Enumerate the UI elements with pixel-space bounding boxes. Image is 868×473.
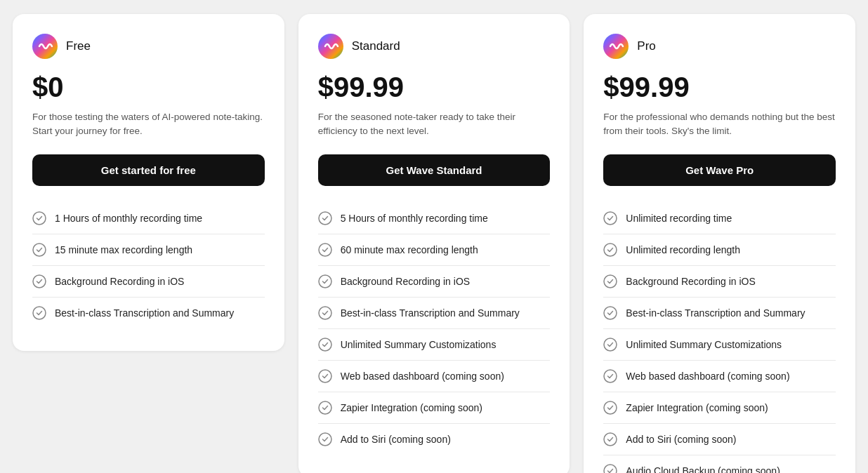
check-circle-icon bbox=[603, 274, 617, 288]
svg-point-1 bbox=[33, 212, 46, 225]
svg-point-15 bbox=[604, 212, 617, 225]
feature-item: Add to Siri (coming soon) bbox=[603, 424, 836, 455]
svg-point-7 bbox=[319, 244, 331, 256]
check-circle-icon bbox=[603, 369, 617, 383]
check-circle-icon bbox=[32, 306, 46, 320]
svg-point-9 bbox=[319, 307, 331, 319]
feature-item: Unlimited Summary Customizations bbox=[318, 329, 551, 361]
feature-text: Background Recording in iOS bbox=[55, 276, 184, 287]
feature-item: Unlimited recording length bbox=[603, 234, 836, 266]
check-circle-icon bbox=[318, 432, 332, 446]
plan-name-standard: Standard bbox=[352, 39, 400, 53]
plan-name-free: Free bbox=[66, 39, 91, 53]
feature-item: Web based dashboard (coming soon) bbox=[318, 361, 551, 392]
feature-item: Unlimited recording time bbox=[603, 203, 836, 234]
plan-card-free: Free$0For those testing the waters of AI… bbox=[13, 14, 284, 351]
svg-point-10 bbox=[319, 338, 331, 351]
svg-point-3 bbox=[33, 275, 46, 288]
svg-point-16 bbox=[604, 244, 617, 256]
feature-text: Background Recording in iOS bbox=[626, 276, 755, 287]
check-circle-icon bbox=[603, 243, 617, 257]
svg-point-2 bbox=[33, 244, 46, 256]
plan-button-free[interactable]: Get started for free bbox=[32, 154, 265, 186]
feature-item: Background Recording in iOS bbox=[32, 266, 265, 298]
check-circle-icon bbox=[603, 432, 617, 446]
check-circle-icon bbox=[318, 211, 332, 225]
feature-text: Add to Siri (coming soon) bbox=[341, 434, 451, 445]
svg-point-12 bbox=[319, 401, 331, 414]
feature-item: Web based dashboard (coming soon) bbox=[603, 361, 836, 392]
check-circle-icon bbox=[603, 338, 617, 352]
feature-item: 5 Hours of monthly recording time bbox=[318, 203, 551, 234]
feature-text: 60 minute max recording length bbox=[341, 244, 478, 255]
check-circle-icon bbox=[318, 369, 332, 383]
plan-description-free: For those testing the waters of AI-power… bbox=[32, 110, 265, 139]
feature-text: Background Recording in iOS bbox=[341, 276, 470, 287]
plan-button-pro[interactable]: Get Wave Pro bbox=[603, 154, 836, 186]
check-circle-icon bbox=[318, 338, 332, 352]
feature-text: Web based dashboard (coming soon) bbox=[626, 371, 789, 382]
check-circle-icon bbox=[603, 464, 617, 474]
feature-text: Unlimited recording time bbox=[626, 213, 732, 224]
feature-item: 15 minute max recording length bbox=[32, 234, 265, 266]
feature-text: Unlimited Summary Customizations bbox=[341, 339, 497, 350]
plan-name-pro: Pro bbox=[637, 39, 655, 53]
svg-point-13 bbox=[319, 433, 331, 446]
check-circle-icon bbox=[32, 211, 46, 225]
feature-item: 1 Hours of monthly recording time bbox=[32, 203, 265, 234]
plan-header-pro: Pro bbox=[603, 34, 836, 59]
check-circle-icon bbox=[318, 306, 332, 320]
svg-point-6 bbox=[319, 212, 331, 225]
feature-item: Best-in-class Transcription and Summary bbox=[32, 298, 265, 328]
svg-point-21 bbox=[604, 401, 617, 414]
svg-point-14 bbox=[603, 34, 629, 59]
plan-description-pro: For the professional who demands nothing… bbox=[603, 110, 836, 139]
feature-item: Background Recording in iOS bbox=[603, 266, 836, 298]
feature-text: 5 Hours of monthly recording time bbox=[341, 213, 488, 224]
check-circle-icon bbox=[603, 401, 617, 415]
plan-price-standard: $99.99 bbox=[318, 72, 551, 103]
feature-list-pro: Unlimited recording timeUnlimited record… bbox=[603, 203, 836, 474]
plan-card-pro: Pro$99.99For the professional who demand… bbox=[584, 14, 855, 473]
plan-price-pro: $99.99 bbox=[603, 72, 836, 103]
plan-price-free: $0 bbox=[32, 72, 265, 103]
plan-logo-pro bbox=[603, 34, 629, 59]
feature-text: Add to Siri (coming soon) bbox=[626, 434, 736, 445]
plan-header-standard: Standard bbox=[318, 34, 551, 59]
feature-item: Zapier Integration (coming soon) bbox=[318, 392, 551, 424]
feature-text: 1 Hours of monthly recording time bbox=[55, 213, 202, 224]
plans-container: Free$0For those testing the waters of AI… bbox=[13, 14, 855, 473]
svg-point-0 bbox=[32, 34, 58, 59]
svg-point-5 bbox=[318, 34, 343, 59]
feature-item: Background Recording in iOS bbox=[318, 266, 551, 298]
plan-description-standard: For the seasoned note-taker ready to tak… bbox=[318, 110, 551, 139]
svg-point-19 bbox=[604, 338, 617, 351]
feature-list-standard: 5 Hours of monthly recording time60 minu… bbox=[318, 203, 551, 455]
feature-text: Audio Cloud Backup (coming soon) bbox=[626, 465, 780, 474]
plan-header-free: Free bbox=[32, 34, 265, 59]
check-circle-icon bbox=[603, 211, 617, 225]
feature-text: Best-in-class Transcription and Summary bbox=[55, 307, 234, 319]
check-circle-icon bbox=[32, 243, 46, 257]
plan-logo-free bbox=[32, 34, 58, 59]
feature-text: Unlimited recording length bbox=[626, 244, 740, 255]
feature-text: Best-in-class Transcription and Summary bbox=[341, 307, 520, 319]
svg-point-18 bbox=[604, 307, 617, 319]
feature-text: Zapier Integration (coming soon) bbox=[341, 402, 482, 413]
feature-text: Unlimited Summary Customizations bbox=[626, 339, 782, 350]
feature-item: Best-in-class Transcription and Summary bbox=[318, 298, 551, 329]
plan-card-standard: Standard$99.99For the seasoned note-take… bbox=[298, 14, 570, 473]
check-circle-icon bbox=[318, 243, 332, 257]
check-circle-icon bbox=[318, 401, 332, 415]
svg-point-11 bbox=[319, 370, 331, 382]
check-circle-icon bbox=[603, 306, 617, 320]
feature-item: Zapier Integration (coming soon) bbox=[603, 392, 836, 424]
svg-point-8 bbox=[319, 275, 331, 288]
feature-item: Add to Siri (coming soon) bbox=[318, 424, 551, 455]
svg-point-17 bbox=[604, 275, 617, 288]
plan-button-standard[interactable]: Get Wave Standard bbox=[318, 154, 551, 186]
feature-item: 60 minute max recording length bbox=[318, 234, 551, 266]
plan-logo-standard bbox=[318, 34, 343, 59]
feature-text: Best-in-class Transcription and Summary bbox=[626, 307, 805, 319]
check-circle-icon bbox=[318, 274, 332, 288]
